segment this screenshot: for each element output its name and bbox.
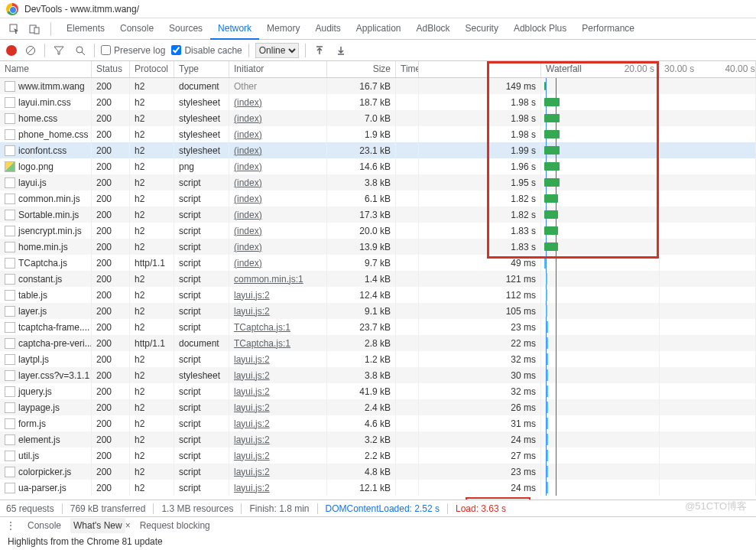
svg-rect-2 xyxy=(34,28,39,34)
table-row[interactable]: TCaptcha.js200http/1.1script(index)9.7 k… xyxy=(0,255,756,271)
initiator-link[interactable]: (index) xyxy=(234,194,262,204)
tab-network[interactable]: Network xyxy=(210,18,259,40)
inspect-icon[interactable] xyxy=(6,21,23,37)
table-row[interactable]: layui.min.css200h2stylesheet(index)18.7 … xyxy=(0,94,756,110)
col-waterfall[interactable]: Waterfall 20.00 s xyxy=(541,61,660,77)
waterfall-bar xyxy=(544,226,558,235)
disable-cache-checkbox[interactable]: Disable cache xyxy=(171,45,242,56)
import-har-icon[interactable] xyxy=(312,45,327,56)
tab-performance[interactable]: Performance xyxy=(574,18,642,40)
waterfall-tick xyxy=(547,482,548,493)
tab-application[interactable]: Application xyxy=(349,18,409,40)
initiator-link[interactable]: layui.js:2 xyxy=(234,402,270,413)
waterfall-bar xyxy=(544,210,558,219)
drawer-tab-what-s-new[interactable]: What's New xyxy=(70,518,125,533)
table-row[interactable]: logo.png200h2png(index)14.6 kB1.96 s xyxy=(0,158,756,174)
waterfall-tick xyxy=(547,369,548,381)
request-name: iconfont.css xyxy=(18,145,67,156)
initiator-link[interactable]: common.min.js:1 xyxy=(234,274,303,285)
tab-adblock[interactable]: AdBlock xyxy=(409,18,458,40)
svg-point-5 xyxy=(76,47,83,53)
table-row[interactable]: Sortable.min.js200h2script(index)17.3 kB… xyxy=(0,207,756,223)
export-har-icon[interactable] xyxy=(333,45,349,56)
initiator-link[interactable]: layui.js:2 xyxy=(234,290,270,301)
initiator-link[interactable]: (index) xyxy=(234,177,262,188)
table-row[interactable]: constant.js200h2scriptcommon.min.js:11.4… xyxy=(0,271,756,287)
file-icon xyxy=(5,354,15,365)
filter-icon[interactable] xyxy=(51,45,67,56)
initiator-link[interactable]: layui.js:2 xyxy=(234,434,270,445)
initiator-link[interactable]: (index) xyxy=(234,161,262,172)
table-row[interactable]: www.itmm.wang200h2documentOther16.7 kB14… xyxy=(0,78,756,94)
initiator-link[interactable]: layui.js:2 xyxy=(234,370,270,381)
table-row[interactable]: tcaptcha-frame....200h2scriptTCaptcha.js… xyxy=(0,319,756,335)
col-time[interactable]: Time xyxy=(396,61,419,77)
table-row[interactable]: table.js200h2scriptlayui.js:212.4 kB112 … xyxy=(0,287,756,303)
col-type[interactable]: Type xyxy=(174,61,229,77)
col-protocol[interactable]: Protocol xyxy=(130,61,174,77)
initiator-link[interactable]: layui.js:2 xyxy=(234,306,270,317)
initiator-link[interactable]: layui.js:2 xyxy=(234,418,270,429)
device-mode-icon[interactable] xyxy=(26,21,43,37)
initiator-link[interactable]: (index) xyxy=(234,145,262,156)
drawer-menu-icon[interactable]: ⋮ xyxy=(6,520,15,531)
search-icon[interactable] xyxy=(73,45,88,56)
waterfall-bar xyxy=(544,146,560,155)
table-row[interactable]: colorpicker.js200h2scriptlayui.js:24.8 k… xyxy=(0,464,756,480)
initiator-link[interactable]: (index) xyxy=(234,129,262,140)
initiator-link[interactable]: (index) xyxy=(234,226,262,236)
table-row[interactable]: home.min.js200h2script(index)13.9 kB1.83… xyxy=(0,239,756,255)
watermark: @51CTO博客 xyxy=(685,500,747,513)
initiator-link[interactable]: TCaptcha.js:1 xyxy=(234,338,290,349)
tab-console[interactable]: Console xyxy=(112,18,161,40)
initiator-link[interactable]: (index) xyxy=(234,258,262,268)
table-row[interactable]: laytpl.js200h2scriptlayui.js:21.2 kB32 m… xyxy=(0,351,756,367)
tab-elements[interactable]: Elements xyxy=(59,18,112,40)
tab-audits[interactable]: Audits xyxy=(307,18,348,40)
initiator-link[interactable]: (index) xyxy=(234,97,262,108)
initiator-link[interactable]: (index) xyxy=(234,242,262,252)
table-row[interactable]: layer.js200h2scriptlayui.js:29.1 kB105 m… xyxy=(0,303,756,319)
table-row[interactable]: jsencrypt.min.js200h2script(index)20.0 k… xyxy=(0,223,756,239)
tab-sources[interactable]: Sources xyxy=(161,18,210,40)
table-row[interactable]: home.css200h2stylesheet(index)7.0 kB1.98… xyxy=(0,110,756,126)
record-button[interactable] xyxy=(6,45,17,56)
drawer-tab-console[interactable]: Console xyxy=(24,518,64,533)
initiator-link[interactable]: (index) xyxy=(234,210,262,220)
tab-adblock-plus[interactable]: Adblock Plus xyxy=(506,18,574,40)
table-row[interactable]: ua-parser.js200h2scriptlayui.js:212.1 kB… xyxy=(0,480,756,496)
table-row[interactable]: iconfont.css200h2stylesheet(index)23.1 k… xyxy=(0,142,756,158)
col-name[interactable]: Name xyxy=(0,61,92,77)
tab-memory[interactable]: Memory xyxy=(259,18,307,40)
initiator-link[interactable]: layui.js:2 xyxy=(234,451,270,461)
initiator-link[interactable]: layui.js:2 xyxy=(234,386,270,397)
close-icon[interactable]: × xyxy=(125,520,131,531)
drawer-tab-request-blocking[interactable]: Request blocking xyxy=(137,518,213,533)
col-status[interactable]: Status xyxy=(92,61,130,77)
col-size[interactable]: Size xyxy=(327,61,396,77)
initiator-link: Other xyxy=(234,81,257,92)
tab-security[interactable]: Security xyxy=(458,18,506,40)
throttling-select[interactable]: Online xyxy=(255,43,299,58)
table-row[interactable]: util.js200h2scriptlayui.js:22.2 kB27 ms xyxy=(0,447,756,464)
table-row[interactable]: captcha-pre-veri...200http/1.1documentTC… xyxy=(0,335,756,351)
file-icon xyxy=(5,370,15,381)
clear-icon[interactable] xyxy=(23,45,38,56)
table-row[interactable]: element.js200h2scriptlayui.js:23.2 kB24 … xyxy=(0,431,756,447)
table-row[interactable]: phone_home.css200h2stylesheet(index)1.9 … xyxy=(0,126,756,142)
preserve-log-checkbox[interactable]: Preserve log xyxy=(101,45,165,56)
initiator-link[interactable]: layui.js:2 xyxy=(234,483,270,493)
initiator-link[interactable]: layui.js:2 xyxy=(234,354,270,365)
initiator-link[interactable]: layui.js:2 xyxy=(234,467,270,477)
waterfall-bar xyxy=(544,130,560,138)
table-row[interactable]: laypage.js200h2scriptlayui.js:22.4 kB26 … xyxy=(0,399,756,415)
table-row[interactable]: layui.js200h2script(index)3.8 kB1.95 s xyxy=(0,174,756,190)
waterfall-tick xyxy=(546,305,547,317)
col-initiator[interactable]: Initiator xyxy=(229,61,327,77)
table-row[interactable]: jquery.js200h2scriptlayui.js:241.9 kB32 … xyxy=(0,383,756,399)
table-row[interactable]: common.min.js200h2script(index)6.1 kB1.8… xyxy=(0,190,756,207)
initiator-link[interactable]: TCaptcha.js:1 xyxy=(234,322,290,333)
table-row[interactable]: layer.css?v=3.1.1200h2stylesheetlayui.js… xyxy=(0,367,756,383)
table-row[interactable]: form.js200h2scriptlayui.js:24.6 kB31 ms xyxy=(0,415,756,431)
initiator-link[interactable]: (index) xyxy=(234,113,262,124)
